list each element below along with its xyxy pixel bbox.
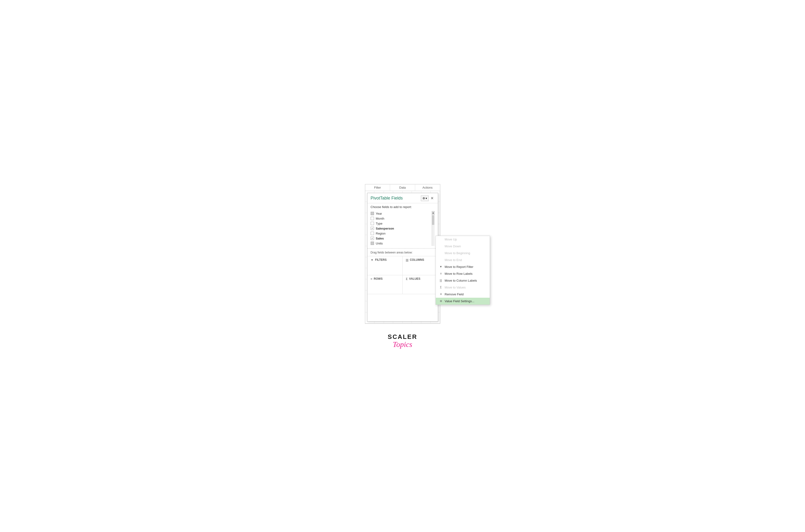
field-item-month[interactable]: Month: [371, 216, 431, 221]
field-item-region[interactable]: Region: [371, 231, 431, 236]
context-menu-item-move-to-report-filter[interactable]: ▼Move to Report Filter: [436, 263, 490, 270]
scrollbar-thumb[interactable]: [432, 215, 434, 225]
choose-fields-label: Choose fields to add to report:: [367, 203, 438, 210]
pivot-close-button[interactable]: ✕: [430, 195, 435, 201]
context-menu-item-value-field-settings[interactable]: ⊕Value Field Settings...: [436, 298, 490, 305]
field-checkbox-type[interactable]: [371, 222, 374, 225]
area-label-values: VALUES: [409, 277, 420, 281]
scaler-logo: SCALER Topics: [388, 333, 417, 348]
menu-label-move-up: Move Up: [445, 238, 457, 241]
menu-label-value-field-settings: Value Field Settings...: [445, 299, 474, 303]
scrollbar-up-button[interactable]: ▲: [432, 211, 435, 215]
field-item-year[interactable]: Year: [371, 211, 431, 216]
area-box-rows[interactable]: ≡ROWS: [367, 275, 402, 294]
menu-icon-value-field-settings: ⊕: [439, 299, 443, 303]
drag-label: Drag fields between areas below:: [367, 250, 438, 256]
context-menu: Move UpMove DownMove to BeginningMove to…: [435, 236, 490, 305]
menu-label-move-to-end: Move to End: [445, 258, 462, 262]
field-label-year: Year: [376, 212, 382, 215]
area-label-filters: FILTERS: [375, 258, 387, 262]
toolbar-actions[interactable]: Actions: [415, 184, 440, 191]
field-checkbox-units[interactable]: [371, 242, 374, 245]
topics-text: Topics: [393, 341, 412, 348]
field-label-sales: Sales: [376, 237, 384, 240]
page-container: Filter Data Actions // Generate grid cel…: [365, 184, 440, 348]
menu-label-move-to-row-labels: Move to Row Labels: [445, 272, 473, 276]
field-checkbox-salesperson[interactable]: [371, 227, 374, 230]
area-header-filters: ▼FILTERS: [371, 258, 399, 262]
field-checkbox-month[interactable]: [371, 217, 374, 220]
areas-section: ▼FILTERS|||COLUMNS≡ROWSΣVALUES: [367, 256, 438, 294]
pivot-panel: PivotTable Fields ⚙ ▾ ✕ Choose fields to…: [367, 193, 438, 322]
context-menu-item-move-to-values: ΣMove to Values: [436, 284, 490, 291]
toolbar-data[interactable]: Data: [390, 184, 415, 191]
menu-label-move-down: Move Down: [445, 245, 461, 248]
menu-icon-move-to-row-labels: ≡: [439, 272, 443, 275]
menu-label-move-to-column-labels: Move to Column Labels: [445, 279, 477, 282]
context-menu-item-remove-field[interactable]: ✕Remove Field: [436, 291, 490, 298]
fields-items: YearMonthTypeSalespersonRegionSalesUnits: [371, 211, 431, 246]
area-icon-values: Σ: [406, 277, 408, 281]
pivot-settings-button[interactable]: ⚙ ▾: [421, 195, 429, 201]
excel-toolbar: Filter Data Actions: [365, 184, 440, 191]
area-label-rows: ROWS: [374, 277, 382, 281]
menu-icon-move-to-report-filter: ▼: [439, 265, 443, 268]
area-box-columns[interactable]: |||COLUMNS: [402, 256, 438, 275]
field-label-units: Units: [376, 242, 383, 245]
excel-wrapper: Filter Data Actions // Generate grid cel…: [365, 184, 440, 324]
scaler-text: SCALER: [388, 333, 417, 341]
field-checkbox-region[interactable]: [371, 232, 374, 235]
field-checkbox-year[interactable]: [371, 212, 374, 215]
field-label-salesperson: Salesperson: [376, 227, 394, 230]
context-menu-item-move-to-end: Move to End: [436, 256, 490, 263]
pivot-header-actions: ⚙ ▾ ✕: [421, 195, 435, 201]
field-checkbox-sales[interactable]: [371, 237, 374, 240]
area-header-values: ΣVALUES: [406, 277, 435, 281]
field-item-salesperson[interactable]: Salesperson: [371, 226, 431, 231]
fields-list: YearMonthTypeSalespersonRegionSalesUnits…: [367, 210, 438, 247]
field-item-sales[interactable]: Sales: [371, 236, 431, 241]
scrollbar-track: ▲: [432, 211, 435, 246]
gear-icon: ⚙: [423, 197, 425, 200]
area-header-rows: ≡ROWS: [371, 277, 399, 281]
area-label-columns: COLUMNS: [410, 258, 424, 262]
menu-icon-remove-field: ✕: [439, 292, 443, 296]
menu-label-remove-field: Remove Field: [445, 292, 464, 296]
context-menu-item-move-down: Move Down: [436, 243, 490, 250]
field-item-type[interactable]: Type: [371, 221, 431, 226]
pivot-title: PivotTable Fields: [371, 196, 403, 201]
area-icon-filters: ▼: [371, 258, 374, 262]
area-header-columns: |||COLUMNS: [406, 258, 435, 262]
area-icon-columns: |||: [406, 258, 409, 262]
menu-icon-move-to-values: Σ: [439, 286, 443, 289]
field-label-region: Region: [376, 232, 386, 235]
menu-label-move-to-values: Move to Values: [445, 286, 466, 289]
fields-scroll-container: YearMonthTypeSalespersonRegionSalesUnits…: [371, 211, 435, 246]
area-icon-rows: ≡: [371, 277, 373, 281]
area-box-values[interactable]: ΣVALUES: [402, 275, 438, 294]
field-label-type: Type: [376, 222, 382, 225]
context-menu-item-move-up: Move Up: [436, 236, 490, 243]
chevron-down-icon: ▾: [426, 197, 427, 200]
pivot-header: PivotTable Fields ⚙ ▾ ✕: [367, 193, 438, 203]
menu-label-move-to-beginning: Move to Beginning: [445, 251, 470, 255]
toolbar-filter[interactable]: Filter: [365, 184, 390, 191]
context-menu-item-move-to-row-labels[interactable]: ≡Move to Row Labels: [436, 270, 490, 277]
menu-icon-move-to-column-labels: |||: [439, 279, 443, 282]
context-menu-item-move-to-beginning: Move to Beginning: [436, 250, 490, 256]
field-label-month: Month: [376, 217, 385, 220]
area-box-filters[interactable]: ▼FILTERS: [367, 256, 402, 275]
menu-label-move-to-report-filter: Move to Report Filter: [445, 265, 473, 269]
context-menu-item-move-to-column-labels[interactable]: |||Move to Column Labels: [436, 277, 490, 284]
field-item-units[interactable]: Units: [371, 241, 431, 246]
